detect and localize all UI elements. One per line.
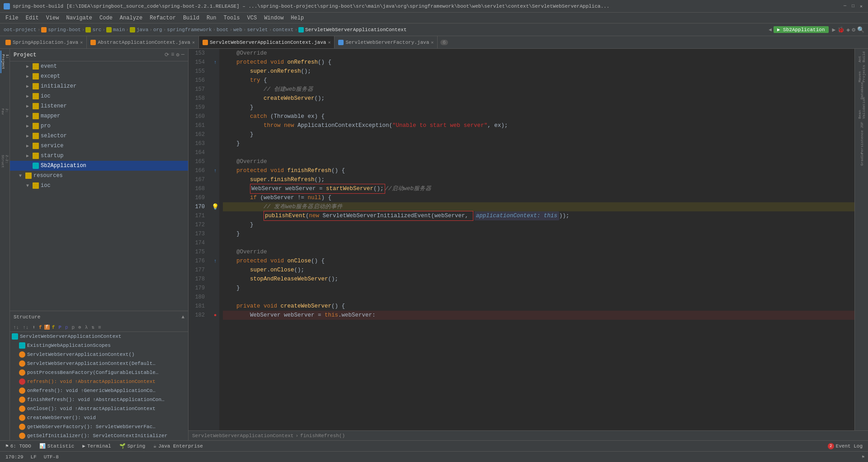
event-log-tab[interactable]: 2 Event Log (824, 441, 866, 452)
sidebar-controls[interactable]: ⟳ ≡ ⚙ ─ (165, 51, 184, 58)
show-inherited-button[interactable]: ⬆ (31, 324, 37, 331)
menu-view[interactable]: View (42, 13, 63, 23)
tab-close-icon[interactable]: ✕ (431, 40, 434, 45)
coverage-button[interactable]: ◈ (846, 26, 850, 33)
maven-projects-icon[interactable]: Maven Projects (856, 68, 868, 79)
show-anon-button[interactable]: f (44, 325, 50, 330)
structure-item-on-close[interactable]: onClose(): void ↑AbstractApplicationCont… (10, 404, 188, 413)
tree-item-except[interactable]: ▶ except (10, 71, 188, 81)
spring-tab[interactable]: 🌱 Spring (116, 441, 149, 452)
sync-icon[interactable]: ⟳ (165, 51, 169, 58)
structure-item-class[interactable]: ServletWebServerApplicationContext (10, 332, 188, 341)
gradle-icon[interactable]: Gradle (856, 154, 868, 165)
window-controls[interactable]: ─ □ ✕ (842, 3, 864, 9)
tree-item-service[interactable]: ▶ service (10, 141, 188, 151)
tree-item-startup[interactable]: ▶ startup (10, 151, 188, 161)
structure-bottom-icon[interactable]: Z-2:Struct (0, 150, 9, 173)
menu-file[interactable]: File (2, 13, 22, 23)
tree-item-resources[interactable]: ▼ resources (10, 171, 188, 181)
statistic-tab[interactable]: 📊 Statistic (36, 441, 78, 452)
tab-close-icon[interactable]: ✕ (192, 40, 195, 45)
menu-refactor[interactable]: Refactor (146, 13, 179, 23)
status-line-col[interactable]: 170:29 (4, 454, 25, 460)
hide-icon[interactable]: ─ (181, 51, 184, 58)
bean-validation-icon[interactable]: Bean Validation (856, 102, 868, 114)
nav-back-icon[interactable]: ◀ (769, 27, 772, 33)
structure-item-refresh[interactable]: refresh(): void ↑AbstractApplicationCont… (10, 377, 188, 386)
menu-run[interactable]: Run (203, 13, 220, 23)
structure-item-constructor1[interactable]: ServletWebServerApplicationContext() (10, 350, 188, 359)
structure-header[interactable]: Structure ▲ (10, 311, 188, 323)
show-fields-button[interactable]: f (38, 324, 43, 331)
ant-build-icon[interactable]: Ant Build (856, 51, 868, 62)
collapse-all-icon[interactable]: ≡ (171, 51, 174, 58)
maximize-button[interactable]: □ (850, 3, 856, 9)
show-vars-button[interactable]: f (51, 324, 57, 331)
menu-code[interactable]: Code (96, 13, 116, 23)
structure-item-create-web-server[interactable]: createWebServer(): void (10, 413, 188, 422)
minimize-button[interactable]: ─ (842, 3, 848, 9)
tree-item-event[interactable]: ▶ event (10, 61, 188, 71)
menu-bar: File Edit View Navigate Code Analyze Ref… (0, 13, 868, 23)
project-window-icon[interactable]: 1:Project (0, 51, 9, 73)
tree-item-initializer[interactable]: ▶ initializer (10, 81, 188, 91)
filter-button[interactable]: ≡ (97, 324, 103, 331)
code-lines[interactable]: @Override protected void onRefresh() { s… (219, 49, 854, 430)
sort-order-button[interactable]: ⇅ (90, 324, 96, 331)
tree-item-listener[interactable]: ▶ listener (10, 101, 188, 111)
structure-item-existing-scopes[interactable]: ExistingWebApplicationScopes (10, 341, 188, 350)
structure-item-on-refresh[interactable]: onRefresh(): void ↑GenericWebApplication… (10, 386, 188, 395)
menu-build[interactable]: Build (179, 13, 203, 23)
structure-item-constructor2[interactable]: ServletWebServerApplicationContext(Defau… (10, 359, 188, 368)
favorites-window-icon[interactable]: 2:Fav (0, 100, 9, 123)
show-public-button[interactable]: P (57, 324, 63, 331)
more-tabs-count[interactable]: 6 (438, 40, 451, 45)
run-button[interactable]: ▶ (832, 26, 836, 33)
structure-item-finish-refresh[interactable]: finishRefresh(): void ↑AbstractApplicati… (10, 395, 188, 404)
tree-item-ioc[interactable]: ▶ ioc (10, 91, 188, 101)
jsf-icon[interactable]: JSF (856, 119, 868, 131)
expand-button[interactable]: ⊕ (77, 324, 83, 331)
run-configuration[interactable]: ▶ Sb2Application (774, 26, 829, 33)
menu-tools[interactable]: Tools (220, 13, 244, 23)
structure-item-post-process[interactable]: postProcessBeanFactory(ConfigurableLista… (10, 368, 188, 377)
tab-servlet-web-server-factory[interactable]: ServletWebServerFactory.java ✕ (335, 36, 438, 49)
tab-close-icon[interactable]: ✕ (80, 40, 83, 45)
settings-icon[interactable]: ⚙ (176, 51, 179, 58)
tree-item-resources-ioc[interactable]: ▼ ioc (10, 181, 188, 191)
status-line-ending[interactable]: LF (29, 454, 38, 460)
tree-item-mapper[interactable]: ▶ mapper (10, 111, 188, 121)
show-private-button[interactable]: p (70, 324, 76, 331)
menu-vcs[interactable]: VCS (244, 13, 261, 23)
structure-expand-icon[interactable]: ▲ (181, 314, 184, 320)
debug-button[interactable]: 🐞 (837, 26, 844, 33)
tab-servlet-web-server-context[interactable]: ServletWebServerApplicationContext.java … (199, 36, 335, 49)
sort-alpha-asc-button[interactable]: ↑↓ (12, 324, 20, 331)
java-enterprise-tab[interactable]: ☕ Java Enterprise (150, 441, 207, 452)
menu-help[interactable]: Help (287, 13, 307, 23)
terminal-tab[interactable]: ▶ Terminal (79, 441, 114, 452)
lambda-button[interactable]: λ (84, 324, 90, 331)
todo-tab[interactable]: ⚑ 6: TODO (2, 441, 35, 452)
tree-item-sb2application[interactable]: Sb2Application (10, 161, 188, 171)
tab-abstract-context[interactable]: AbstractApplicationContext.java ✕ (87, 36, 199, 49)
show-protected-button[interactable]: p (64, 324, 70, 331)
tree-item-selector[interactable]: ▶ selector (10, 131, 188, 141)
breadcrumb-item[interactable]: oot-project (4, 27, 37, 33)
search-everywhere-button[interactable]: 🔍 (857, 26, 864, 33)
sort-by-visibility-button[interactable]: ↑↓ (21, 324, 30, 331)
close-button[interactable]: ✕ (858, 3, 864, 9)
status-encoding[interactable]: UTF-8 (42, 454, 61, 460)
profile-button[interactable]: ⚙ (852, 26, 855, 33)
tree-item-pro[interactable]: ▶ pro (10, 121, 188, 131)
tab-spring-application[interactable]: SpringApplication.java ✕ (2, 36, 87, 49)
menu-window[interactable]: Window (260, 13, 287, 23)
structure-item-get-factory[interactable]: getWebServerFactory(): ServletWebServerF… (10, 422, 188, 431)
menu-navigate[interactable]: Navigate (62, 13, 96, 23)
menu-analyze[interactable]: Analyze (116, 13, 146, 23)
database-icon[interactable]: Database (856, 85, 868, 97)
tab-close-icon[interactable]: ✕ (328, 40, 330, 45)
menu-edit[interactable]: Edit (22, 13, 42, 23)
structure-item-get-self-initializer[interactable]: getSelfInitializer(): ServletContextInit… (10, 431, 188, 440)
persistence-icon[interactable]: Persistence (856, 136, 868, 148)
